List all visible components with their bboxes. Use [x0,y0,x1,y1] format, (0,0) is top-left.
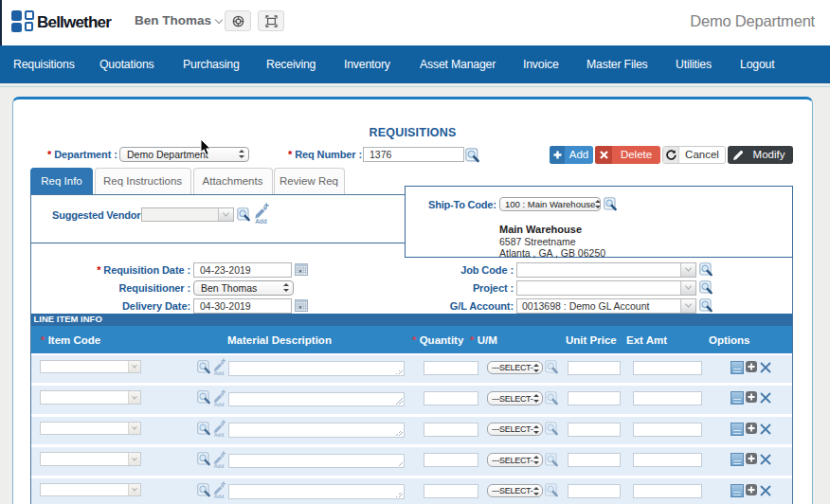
svg-text:Add: Add [214,433,225,439]
svg-text:Add: Add [255,218,267,225]
svg-text:Add: Add [214,463,225,469]
svg-text:Add: Add [214,495,225,500]
svg-text:Add: Add [214,402,225,407]
svg-text:Add: Add [214,371,225,377]
